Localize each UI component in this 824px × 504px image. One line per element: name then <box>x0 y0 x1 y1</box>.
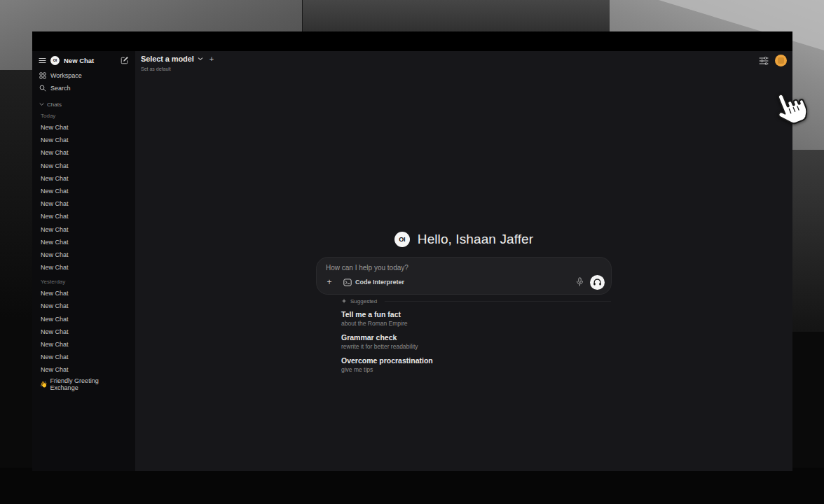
chat-group-label: Today <box>32 112 135 120</box>
app-logo: OI <box>50 56 60 65</box>
message-composer[interactable]: + Code Interpreter <box>317 258 611 294</box>
suggestion-list: Tell me a fun factabout the Roman Empire… <box>341 310 611 374</box>
chat-item-title: Friendly Greeting Exchange <box>50 377 128 391</box>
suggestion-title: Overcome procrastination <box>341 356 611 365</box>
chat-item[interactable]: New Chat <box>32 121 135 134</box>
app-window: OI New Chat Workspace <box>32 31 792 471</box>
chat-item[interactable]: New Chat <box>32 248 135 261</box>
chat-item[interactable]: New Chat <box>32 223 135 236</box>
wave-emoji-icon: 👋 <box>40 381 48 388</box>
chevron-down-icon <box>198 57 203 61</box>
sidebar-toggle-icon[interactable] <box>39 57 46 64</box>
attach-button[interactable]: + <box>324 277 334 287</box>
chat-item[interactable]: New Chat <box>32 300 135 312</box>
chat-item[interactable]: New Chat <box>32 185 135 197</box>
chat-item[interactable]: New Chat <box>32 236 135 248</box>
desktop-background-facet <box>0 70 32 484</box>
sidebar-title: New Chat <box>64 57 116 64</box>
search-icon <box>39 85 46 92</box>
microphone-button[interactable] <box>575 276 584 288</box>
code-interpreter-toggle[interactable]: Code Interpreter <box>343 279 404 286</box>
new-chat-icon[interactable] <box>121 56 129 64</box>
add-model-button[interactable]: + <box>210 55 214 63</box>
main-panel: Select a model + Set as default <box>135 51 792 471</box>
suggestion-item[interactable]: Overcome procrastinationgive me tips <box>341 356 611 374</box>
sparkle-icon <box>341 298 347 304</box>
model-selector-label: Select a model <box>141 55 194 63</box>
chat-item[interactable]: New Chat <box>32 134 135 146</box>
headphones-icon <box>593 278 602 286</box>
sidebar-item-search[interactable]: Search <box>32 82 135 94</box>
user-avatar-image <box>778 57 784 64</box>
chats-section-header[interactable]: Chats <box>39 100 128 108</box>
chat-item[interactable]: New Chat <box>32 160 135 172</box>
chat-item[interactable]: New Chat <box>32 287 135 300</box>
sidebar-item-workspace[interactable]: Workspace <box>32 69 135 82</box>
chat-item[interactable]: New Chat <box>32 261 135 274</box>
chat-item[interactable]: New Chat <box>32 172 135 185</box>
divider <box>385 301 611 302</box>
chat-item[interactable]: New Chat <box>32 338 135 351</box>
model-selector[interactable]: Select a model + <box>141 55 214 63</box>
suggestion-subtitle: rewrite it for better readability <box>341 343 611 351</box>
chat-item[interactable]: New Chat <box>32 363 135 376</box>
code-interpreter-label: Code Interpreter <box>355 279 404 286</box>
user-avatar[interactable] <box>775 55 787 66</box>
voice-call-button[interactable] <box>590 275 605 290</box>
terminal-icon <box>343 279 352 286</box>
suggestion-subtitle: give me tips <box>341 366 611 374</box>
suggestion-item[interactable]: Tell me a fun factabout the Roman Empire <box>341 310 611 328</box>
microphone-icon <box>576 277 584 287</box>
sidebar-item-label: Workspace <box>50 72 82 79</box>
app-logo: OI <box>394 232 410 247</box>
chat-item-named[interactable]: 👋 Friendly Greeting Exchange <box>32 378 135 391</box>
message-input[interactable] <box>326 264 599 272</box>
chevron-down-icon <box>39 102 44 106</box>
chat-item[interactable]: New Chat <box>32 197 135 210</box>
sidebar: OI New Chat Workspace <box>32 51 135 471</box>
sidebar-item-label: Search <box>50 85 71 92</box>
workspace-grid-icon <box>39 72 46 79</box>
suggestion-subtitle: about the Roman Empire <box>341 320 611 328</box>
greeting: OI Hello, Ishaan Jaffer <box>394 230 533 248</box>
chat-item[interactable]: New Chat <box>32 351 135 363</box>
chat-groups: TodayNew ChatNew ChatNew ChatNew ChatNew… <box>32 112 135 377</box>
chat-item[interactable]: New Chat <box>32 210 135 223</box>
suggestion-item[interactable]: Grammar checkrewrite it for better reada… <box>341 333 611 351</box>
suggestion-title: Grammar check <box>341 333 611 342</box>
controls-sliders-icon[interactable] <box>759 57 769 65</box>
chat-item[interactable]: New Chat <box>32 146 135 159</box>
suggestion-title: Tell me a fun fact <box>341 310 611 319</box>
chat-group-label: Yesterday <box>32 278 135 286</box>
suggested-label: Suggested <box>350 298 377 304</box>
desktop-background-facet <box>0 468 824 504</box>
desktop-background-facet <box>792 150 824 332</box>
screen: OI New Chat Workspace <box>0 0 824 504</box>
desktop-background-facet <box>303 0 611 32</box>
chats-section-label: Chats <box>47 102 62 108</box>
chat-item[interactable]: New Chat <box>32 326 135 338</box>
chat-item[interactable]: New Chat <box>32 313 135 326</box>
greeting-text: Hello, Ishaan Jaffer <box>418 232 533 247</box>
set-default-link[interactable]: Set as default <box>141 66 171 71</box>
suggested-section: Suggested Tell me a fun factabout the Ro… <box>317 298 611 374</box>
